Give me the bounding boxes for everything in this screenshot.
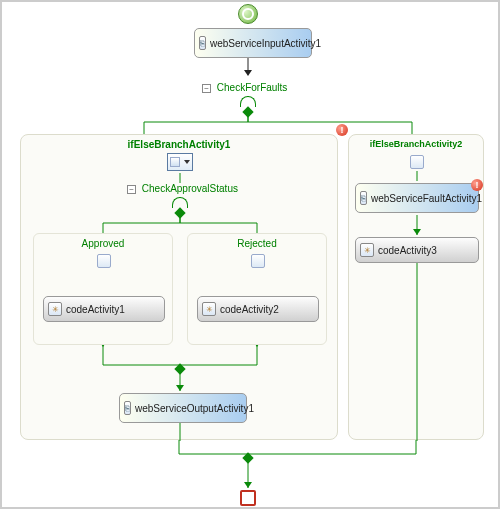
ifelse-branch2-panel[interactable]: ifElseBranchActivity2 ⎘ webServiceFaultA…	[348, 134, 484, 440]
branch-options-dropdown[interactable]	[167, 153, 193, 171]
web-service-fault-activity[interactable]: ⎘ webServiceFaultActivity1	[355, 183, 479, 213]
approved-title: Approved	[34, 238, 172, 249]
error-badge-icon: !	[336, 124, 348, 136]
merge-diamond-icon	[242, 452, 253, 463]
split-icon	[172, 197, 188, 207]
activity-label: webServiceFaultActivity1	[371, 193, 482, 204]
ifelse-branch1-panel[interactable]: ifElseBranchActivity1 − CheckApprovalSta…	[20, 134, 338, 440]
connector-arrow-icon	[244, 70, 252, 76]
code-activity-icon: ✳	[202, 302, 216, 316]
activity-icon: ⎘	[199, 36, 206, 50]
merge-diamond-icon	[174, 363, 185, 374]
code-activity-icon: ✳	[48, 302, 62, 316]
activity-label: codeActivity2	[220, 304, 279, 315]
rejected-title: Rejected	[188, 238, 326, 249]
workflow-designer-canvas[interactable]: ⎘ webServiceInputActivity1 − CheckForFau…	[2, 2, 498, 507]
branch1-title: ifElseBranchActivity1	[21, 139, 337, 150]
start-icon	[238, 4, 258, 24]
activity-icon: ⎘	[124, 401, 131, 415]
dropdown-icon	[170, 157, 180, 167]
activity-label: webServiceInputActivity1	[210, 38, 321, 49]
activity-label: codeActivity1	[66, 304, 125, 315]
web-service-input-activity[interactable]: ⎘ webServiceInputActivity1	[194, 28, 312, 58]
collapse-icon[interactable]: −	[127, 185, 136, 194]
approved-branch-panel[interactable]: Approved ✳ codeActivity1	[33, 233, 173, 345]
code-activity-icon: ✳	[360, 243, 374, 257]
collapse-icon[interactable]: −	[202, 84, 211, 93]
activity-label: webServiceOutputActivity1	[135, 403, 254, 414]
chevron-down-icon	[184, 160, 190, 164]
sub-ifelse-title: CheckApprovalStatus	[142, 183, 238, 194]
code-activity-2[interactable]: ✳ codeActivity2	[197, 296, 319, 322]
branch-icon	[410, 155, 424, 169]
sub-ifelse-header[interactable]: − CheckApprovalStatus	[127, 183, 238, 194]
code-activity-1[interactable]: ✳ codeActivity1	[43, 296, 165, 322]
web-service-output-activity[interactable]: ⎘ webServiceOutputActivity1	[119, 393, 247, 423]
decision-diamond-icon	[242, 106, 253, 117]
activity-label: codeActivity3	[378, 245, 437, 256]
rejected-branch-panel[interactable]: Rejected ✳ codeActivity2	[187, 233, 327, 345]
end-icon	[240, 490, 256, 506]
split-icon	[240, 96, 256, 106]
connector-arrow-icon	[244, 482, 252, 488]
ifelse-root-header[interactable]: − CheckForFaults	[202, 82, 287, 93]
error-badge-icon: !	[471, 179, 483, 191]
code-activity-3[interactable]: ✳ codeActivity3	[355, 237, 479, 263]
branch2-title: ifElseBranchActivity2	[349, 139, 483, 149]
branch-icon	[251, 254, 265, 268]
connector-arrow-icon	[176, 385, 184, 391]
branch-icon	[97, 254, 111, 268]
ifelse-root-title: CheckForFaults	[217, 82, 288, 93]
decision-diamond-icon	[174, 207, 185, 218]
connector-arrow-icon	[413, 229, 421, 235]
activity-icon: ⎘	[360, 191, 367, 205]
